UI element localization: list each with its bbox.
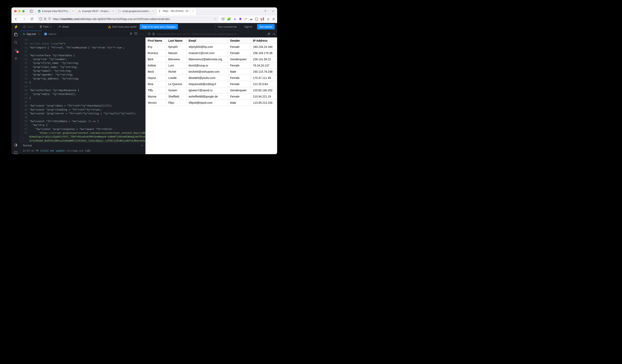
table-cell: Male — [228, 69, 251, 75]
extension-icon-4[interactable]: ƒ? — [244, 18, 247, 20]
tab-overflow-icon[interactable] — [269, 10, 277, 13]
tab-favicon — [78, 10, 81, 13]
svg-rect-0 — [30, 10, 33, 12]
tab-close-icon[interactable]: × — [112, 10, 114, 13]
table-cell: Evy — [146, 44, 166, 50]
table-cell: Lowde — [166, 75, 186, 81]
new-tab-button[interactable]: + — [262, 9, 269, 13]
save-button[interactable]: Save — [21, 24, 35, 29]
back-button[interactable] — [13, 17, 19, 22]
stackblitz-logo-icon[interactable]: ⚡ — [14, 25, 18, 29]
extension-icon-3[interactable] — [239, 18, 242, 20]
svg-point-14 — [50, 19, 51, 20]
table-cell: rlequesne6@unblog.fr — [187, 81, 228, 87]
lock-icon — [44, 18, 46, 20]
browser-tab[interactable]: script.googleusercontent.com/mac…× — [116, 7, 156, 15]
shield-icon — [39, 18, 42, 20]
bookmark-star-icon[interactable]: ☆ — [214, 17, 217, 21]
editor-tab[interactable]: TSmain.ts — [42, 31, 59, 37]
code-editor[interactable]: 29 30 31 32 33 34 35 36 37 38 39 40 41 4… — [20, 37, 145, 143]
browser-tab[interactable]: Example Data RESTFul API - G…× — [36, 7, 76, 15]
table-cell: Female — [228, 44, 251, 50]
table-cell: dlowde5@youku.com — [187, 75, 228, 81]
chevron-down-icon — [50, 26, 52, 28]
new-terminal-icon[interactable]: + — [141, 144, 143, 147]
browser-tab[interactable]: Example REST - Project Editor …× — [76, 7, 116, 15]
warning-message: Don't lose your work! — [108, 25, 136, 28]
svg-rect-21 — [24, 26, 25, 26]
data-table: First NameLast NameEmailGenderIP Address… — [145, 37, 277, 106]
table-cell: Ronnica — [146, 50, 166, 56]
svg-rect-28 — [15, 34, 17, 36]
security-icons[interactable] — [39, 18, 51, 20]
split-editor-icon[interactable] — [135, 32, 137, 36]
extension-icon-1[interactable]: 🧩 — [227, 17, 231, 21]
table-cell: Richel — [166, 69, 186, 75]
terminal-label[interactable]: Terminal — [23, 144, 32, 147]
explorer-icon[interactable] — [14, 33, 18, 36]
tab-label: Example Data RESTFul API - G… — [42, 10, 71, 13]
browser-tab[interactable]: Vitejs - Vite (forked) - StackBlit…× — [156, 7, 196, 15]
preview-reload-icon[interactable] — [148, 33, 151, 36]
ports-icon[interactable]: 1 — [14, 49, 18, 52]
fork-button[interactable]: Fork — [38, 24, 53, 29]
activity-bar: 1 — [11, 31, 20, 154]
terminal[interactable]: 12:07:32 PM [vite] hmr update /src/App.v… — [20, 148, 145, 154]
permissions-icon — [48, 18, 51, 20]
table-cell: Female — [228, 75, 251, 81]
reload-button[interactable] — [29, 17, 35, 21]
getstarted-button[interactable]: Get started — [257, 24, 275, 29]
preview-address-bar: vitejsvitedyt81b-0crl--5173--70dbe416.lo… — [145, 31, 277, 37]
file-name: main.ts — [48, 33, 56, 36]
extension-icon-7[interactable]: 📢 — [260, 17, 264, 21]
close-window-button[interactable] — [14, 10, 17, 12]
warning-icon — [108, 25, 111, 28]
menu-icon[interactable] — [272, 18, 275, 20]
table-cell: brichel4@xinhuanet.com — [187, 69, 228, 75]
editor-tabs: App.vue×TSmain.ts P ⋯ — [20, 31, 145, 37]
table-cell: 236.163.175.36 — [251, 50, 277, 56]
table-cell: wsheffield8@google.de — [187, 93, 228, 100]
extension-icon-2[interactable] — [233, 18, 236, 20]
url-box[interactable]: https://stackblitz.com/edit/vitejs-vite-… — [37, 16, 219, 22]
prettier-icon[interactable]: P — [130, 32, 132, 36]
search-icon[interactable] — [14, 41, 18, 44]
maximize-window-button[interactable] — [22, 10, 25, 12]
share-button[interactable]: Share — [57, 24, 71, 29]
open-new-icon[interactable] — [267, 33, 270, 36]
minimize-window-button[interactable] — [18, 10, 21, 12]
browser-tab-bar: Example Data RESTFul API - G…×Example RE… — [11, 7, 277, 15]
pocket-icon[interactable] — [221, 18, 225, 21]
extension-icon-5[interactable]: ☁ — [250, 17, 253, 21]
signin-save-button[interactable]: Sign in to save your changes — [140, 24, 178, 29]
more-icon[interactable]: ⋯ — [140, 32, 143, 36]
svg-point-9 — [79, 10, 80, 11]
tab-close-icon[interactable]: × — [192, 10, 194, 13]
signin-button[interactable]: Sign in — [243, 24, 254, 29]
close-preview-icon[interactable] — [272, 33, 275, 36]
tab-close-icon[interactable]: × — [152, 10, 154, 13]
sidebar-toggle-icon[interactable] — [30, 10, 33, 13]
tab-close-icon[interactable]: × — [72, 10, 74, 13]
table-cell: Sheffield — [166, 93, 186, 100]
forward-button[interactable] — [21, 17, 27, 22]
table-cell: Tiffy — [146, 87, 166, 93]
table-cell: 228.141.59.21 — [251, 56, 277, 62]
settings-icon[interactable] — [14, 57, 18, 60]
table-cell: Riva — [146, 81, 166, 87]
table-cell: 120.82.140.202 — [251, 87, 277, 93]
preview-url[interactable]: vitejsvitedyt81b-0crl--5173--70dbe416.lo… — [157, 33, 265, 36]
editor-tab[interactable]: App.vue× — [20, 31, 42, 37]
table-cell: Bienvenu — [166, 56, 186, 62]
theme-icon[interactable] — [14, 143, 18, 147]
extension-icon-6[interactable] — [255, 18, 258, 21]
panel-icon[interactable] — [14, 151, 18, 154]
noncommercial-badge[interactable]: Non-commercial — [215, 24, 239, 29]
svg-point-10 — [118, 10, 121, 12]
tab-favicon — [158, 10, 161, 12]
file-name: App.vue — [27, 33, 36, 36]
tab-label: Vitejs - Vite (forked) - StackBlit… — [162, 10, 191, 12]
downloads-icon[interactable] — [267, 18, 270, 20]
tab-close-icon[interactable]: × — [38, 33, 39, 36]
svg-point-12 — [49, 18, 49, 18]
